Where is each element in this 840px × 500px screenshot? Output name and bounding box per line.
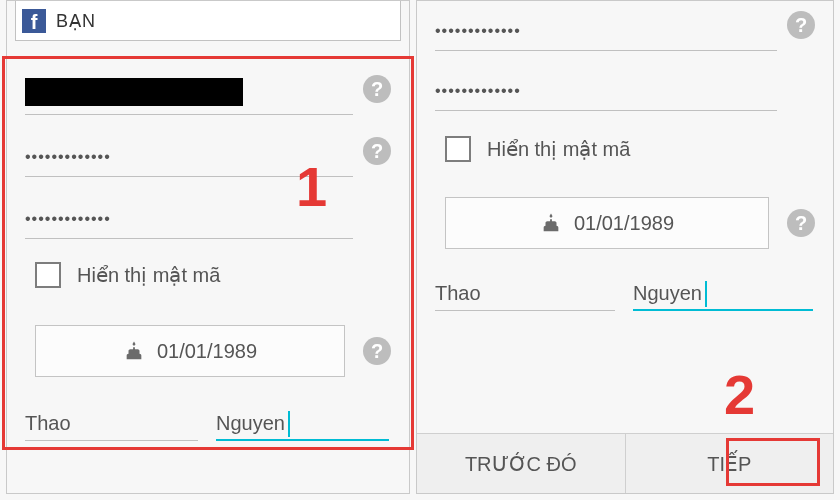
first-name-field[interactable]: Thao	[435, 271, 615, 311]
password-mask: •••••••••••••	[25, 148, 111, 166]
password-field[interactable]: •••••••••••••	[25, 129, 353, 177]
birthday-cake-icon	[540, 212, 562, 234]
show-password-row[interactable]: Hiển thị mật mã	[445, 129, 630, 169]
redacted-bar	[25, 78, 243, 106]
next-button[interactable]: TIẾP	[626, 434, 834, 493]
last-name-field[interactable]: Nguyen	[633, 271, 813, 311]
panel-step-1: f BẠN ? ••••••••••••• ? ••••••••••••• Hi…	[6, 0, 410, 494]
panel-step-2: ••••••••••••• ? ••••••••••••• Hiển thị m…	[416, 0, 834, 494]
field-underline-active	[216, 439, 389, 441]
field-underline	[25, 440, 198, 441]
facebook-icon: f	[22, 9, 46, 33]
confirm-password-field[interactable]: •••••••••••••	[435, 63, 777, 111]
help-icon[interactable]: ?	[787, 209, 815, 237]
back-button-label: TRƯỚC ĐÓ	[465, 452, 577, 476]
confirm-password-field[interactable]: •••••••••••••	[25, 191, 353, 239]
facebook-account-label: BẠN	[56, 10, 96, 32]
password-mask: •••••••••••••	[435, 22, 521, 40]
birthdate-button[interactable]: 01/01/1989	[445, 197, 769, 249]
birthdate-button[interactable]: 01/01/1989	[35, 325, 345, 377]
show-password-checkbox[interactable]	[445, 136, 471, 162]
help-icon[interactable]: ?	[787, 11, 815, 39]
help-icon[interactable]: ?	[363, 337, 391, 365]
birthday-cake-icon	[123, 340, 145, 362]
first-name-field[interactable]: Thao	[25, 401, 198, 441]
password-mask: •••••••••••••	[435, 82, 521, 100]
field-underline	[435, 310, 615, 311]
text-caret	[705, 281, 707, 307]
next-button-label: TIẾP	[707, 452, 751, 476]
facebook-account-row[interactable]: f BẠN	[15, 1, 401, 41]
help-icon[interactable]: ?	[363, 137, 391, 165]
email-field[interactable]	[25, 67, 353, 115]
show-password-label: Hiển thị mật mã	[77, 263, 220, 287]
password-field[interactable]: •••••••••••••	[435, 3, 777, 51]
field-underline-active	[633, 309, 813, 311]
back-button[interactable]: TRƯỚC ĐÓ	[417, 434, 625, 493]
show-password-checkbox[interactable]	[35, 262, 61, 288]
first-name-value: Thao	[25, 412, 71, 435]
password-mask: •••••••••••••	[25, 210, 111, 228]
bottom-nav-bar: TRƯỚC ĐÓ TIẾP	[417, 433, 833, 493]
last-name-value: Nguyen	[216, 412, 285, 435]
first-name-value: Thao	[435, 282, 481, 305]
last-name-field[interactable]: Nguyen	[216, 401, 389, 441]
birthdate-value: 01/01/1989	[574, 212, 674, 235]
text-caret	[288, 411, 290, 437]
show-password-row[interactable]: Hiển thị mật mã	[35, 255, 220, 295]
show-password-label: Hiển thị mật mã	[487, 137, 630, 161]
last-name-value: Nguyen	[633, 282, 702, 305]
help-icon[interactable]: ?	[363, 75, 391, 103]
birthdate-value: 01/01/1989	[157, 340, 257, 363]
